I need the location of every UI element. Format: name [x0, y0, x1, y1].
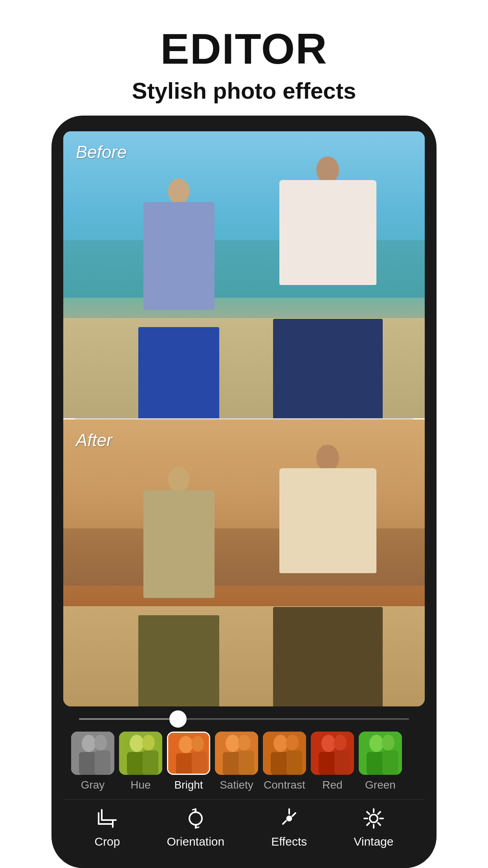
man-torso-after — [143, 490, 214, 598]
effect-thumb-green[interactable] — [359, 732, 402, 775]
toolbar-item-vintage[interactable]: Vintage — [354, 807, 393, 848]
effect-thumb-bright[interactable] — [167, 732, 210, 775]
photo-area: Before — [63, 131, 425, 706]
effect-item-bright[interactable]: Bright — [167, 732, 210, 791]
woman-pants-after — [273, 607, 382, 706]
scene-before — [63, 131, 425, 418]
svg-rect-34 — [382, 750, 398, 775]
man-head-after — [168, 467, 190, 492]
svg-point-1 — [82, 735, 96, 752]
svg-line-42 — [292, 813, 295, 816]
crop-icon — [96, 807, 118, 829]
svg-point-26 — [321, 735, 336, 752]
couple-before — [99, 146, 389, 419]
woman-torso-before — [279, 180, 376, 285]
svg-rect-14 — [192, 752, 207, 775]
man-torso-before — [143, 202, 214, 310]
woman-torso-after — [279, 468, 376, 573]
bottom-toolbar: Crop Orientation — [63, 799, 425, 864]
effect-label-gray: Gray — [81, 779, 105, 791]
photo-after: After — [63, 419, 425, 706]
effect-thumb-hue[interactable] — [119, 732, 162, 775]
toolbar-item-effects[interactable]: Effects — [271, 807, 307, 848]
app-title: EDITOR — [132, 24, 356, 74]
woman-head-after — [316, 445, 339, 471]
svg-point-6 — [130, 735, 144, 752]
effect-thumb-red[interactable] — [311, 732, 354, 775]
svg-line-52 — [378, 812, 380, 814]
crop-label: Crop — [94, 835, 120, 848]
effect-item-gray[interactable]: Gray — [71, 732, 114, 791]
toolbar-item-crop[interactable]: Crop — [94, 807, 120, 848]
svg-rect-29 — [334, 750, 350, 775]
scene-after — [63, 419, 425, 706]
svg-point-40 — [189, 812, 202, 825]
svg-point-11 — [179, 736, 193, 753]
toolbar-item-orientation[interactable]: Orientation — [167, 807, 224, 848]
orientation-label: Orientation — [167, 835, 224, 848]
svg-point-2 — [94, 735, 107, 750]
orientation-icon — [185, 807, 207, 829]
effects-label: Effects — [271, 835, 307, 848]
svg-rect-4 — [95, 750, 110, 775]
vintage-label: Vintage — [354, 835, 393, 848]
toolbar: Gray Hue — [63, 706, 425, 868]
couple-after — [99, 434, 389, 707]
svg-point-44 — [287, 816, 292, 821]
svg-line-43 — [283, 821, 286, 824]
effects-icon — [278, 807, 300, 829]
woman-head-before — [316, 156, 339, 183]
svg-line-50 — [367, 812, 369, 814]
slider-track[interactable] — [79, 718, 409, 720]
phone-frame: Before — [51, 116, 437, 868]
svg-point-21 — [273, 735, 288, 752]
svg-rect-9 — [143, 750, 158, 775]
svg-point-32 — [382, 735, 394, 750]
svg-point-27 — [334, 735, 347, 750]
man-figure-before — [128, 178, 230, 418]
effect-label-bright: Bright — [174, 779, 203, 791]
svg-line-51 — [378, 823, 380, 825]
man-figure-after — [128, 467, 230, 706]
man-pants-after — [138, 615, 219, 706]
svg-point-12 — [191, 736, 204, 752]
effect-label-contrast: Contrast — [264, 779, 305, 791]
effect-item-green[interactable]: Green — [359, 732, 402, 791]
photo-before: Before — [63, 131, 425, 418]
svg-point-22 — [286, 735, 299, 750]
effect-thumb-gray[interactable] — [71, 732, 114, 775]
svg-point-45 — [370, 815, 378, 822]
slider-fill — [79, 718, 178, 720]
effect-item-hue[interactable]: Hue — [119, 732, 162, 791]
svg-line-53 — [367, 823, 369, 825]
effect-label-satiety: Satiety — [220, 779, 253, 791]
svg-point-7 — [142, 735, 155, 750]
svg-rect-19 — [238, 750, 254, 775]
effect-label-green: Green — [365, 779, 396, 791]
effect-label-red: Red — [322, 779, 342, 791]
after-label: After — [76, 430, 112, 450]
woman-figure-after — [267, 445, 389, 706]
man-head-before — [168, 178, 190, 204]
effect-label-hue: Hue — [130, 779, 150, 791]
vintage-icon — [363, 807, 385, 829]
effect-item-satiety[interactable]: Satiety — [215, 732, 258, 791]
app-subtitle: Stylish photo effects — [132, 77, 356, 104]
effect-item-red[interactable]: Red — [311, 732, 354, 791]
slider-thumb[interactable] — [169, 710, 187, 728]
effect-item-contrast[interactable]: Contrast — [263, 732, 306, 791]
before-label: Before — [76, 142, 127, 162]
slider-area[interactable] — [63, 714, 425, 728]
effect-thumb-contrast[interactable] — [263, 732, 306, 775]
svg-point-31 — [369, 735, 383, 752]
man-pants-before — [138, 327, 219, 418]
svg-rect-24 — [286, 750, 302, 775]
effects-strip: Gray Hue — [63, 728, 425, 799]
woman-pants-before — [273, 319, 382, 418]
woman-figure-before — [267, 156, 389, 418]
svg-point-17 — [238, 735, 251, 750]
effect-thumb-satiety[interactable] — [215, 732, 258, 775]
svg-point-16 — [226, 735, 240, 752]
app-header: EDITOR Stylish photo effects — [132, 0, 356, 116]
